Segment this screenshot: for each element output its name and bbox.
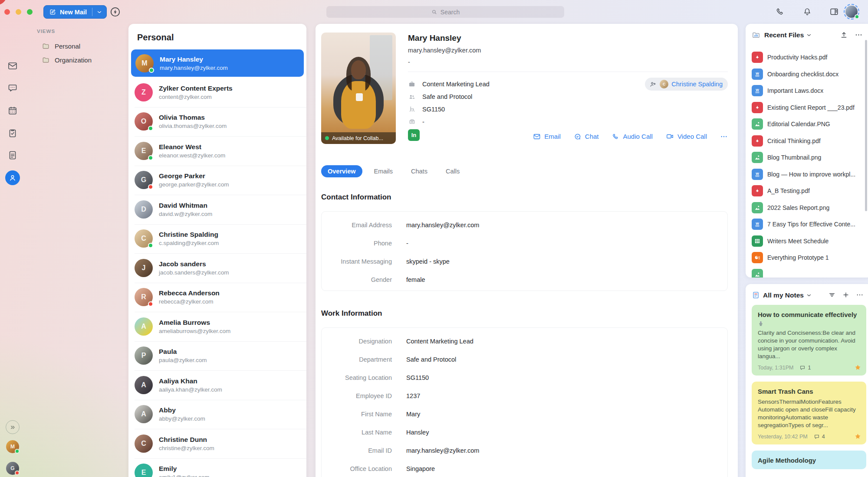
contact-row-mary-hansley[interactable]: MMary Hansleymary.hansley@zylker.com bbox=[131, 49, 304, 77]
user-avatar[interactable] bbox=[844, 4, 859, 20]
note-card-smart-trash-cans[interactable]: Smart Trash CansSensorsThermalMotionFeat… bbox=[752, 382, 866, 444]
sidebar-item-mail[interactable] bbox=[7, 61, 18, 71]
field-value: skypeid - skype bbox=[406, 258, 450, 265]
file-row-writers-meet-schedule[interactable]: Writers Meet Schedule bbox=[746, 233, 868, 250]
quick-actions-icon[interactable] bbox=[109, 6, 121, 18]
file-row-7-easy-tips-for-effective-conte[interactable]: W7 Easy Tips for Effective Conte... bbox=[746, 216, 868, 233]
more-options-icon[interactable] bbox=[856, 291, 864, 299]
image-file-icon bbox=[752, 202, 763, 213]
contact-info: George Parkergeorge.parker@zylker.com bbox=[159, 172, 229, 188]
contact-info: Mary Hansleymary.hansley@zylker.com bbox=[160, 55, 228, 72]
file-row-everything-prototype-1[interactable]: Everything Prototype 1 bbox=[746, 249, 868, 266]
file-row-editorial-calendar-png[interactable]: Editorial Calendar.PNG bbox=[746, 116, 868, 133]
contact-row-olivia-thomas[interactable]: OOlivia Thomasolivia.thomas@zylker.com bbox=[128, 107, 306, 137]
scrollbar[interactable] bbox=[865, 40, 867, 211]
contact-row-christine-dunn[interactable]: CChristine Dunnchristine@zylker.com bbox=[128, 429, 306, 458]
linkedin-badge[interactable]: In bbox=[408, 129, 420, 141]
file-name: Blog — How to improve workpl... bbox=[767, 171, 855, 178]
contact-email: c.spalding@zylker.com bbox=[159, 239, 219, 247]
recent-files-title-dropdown[interactable]: Recent Files bbox=[764, 31, 812, 39]
search-input[interactable]: Search bbox=[326, 6, 564, 18]
contact-row-david-whitman[interactable]: DDavid Whitmandavid.w@zylker.com bbox=[128, 195, 306, 224]
field-value: 1237 bbox=[406, 392, 420, 399]
sidebar-item-tasks[interactable] bbox=[7, 128, 18, 138]
contact-row-abby[interactable]: AAbbyabby@zylker.com bbox=[128, 400, 306, 429]
action-email-button[interactable]: Email bbox=[533, 133, 561, 140]
maximize-window-button[interactable] bbox=[27, 9, 33, 15]
add-note-icon[interactable] bbox=[842, 291, 850, 299]
contact-row-aaliya-khan[interactable]: AAaliya Khanaaliya.khan@zylker.com bbox=[128, 370, 306, 400]
contact-row-george-parker[interactable]: GGeorge Parkergeorge.parker@zylker.com bbox=[128, 166, 306, 195]
sidebar-item-contacts[interactable] bbox=[5, 170, 20, 185]
contact-row-zylker-content-experts[interactable]: ZZylker Content Expertscontent@zylker.co… bbox=[128, 78, 306, 107]
upload-icon[interactable] bbox=[840, 31, 848, 39]
notifications-bell-icon[interactable] bbox=[802, 7, 812, 16]
note-comment-count[interactable]: 4 bbox=[814, 434, 825, 440]
quick-contact-avatar[interactable]: G bbox=[6, 462, 19, 475]
minimize-window-button[interactable] bbox=[16, 9, 21, 15]
file-row-2022-sales-report-png[interactable]: 2022 Sales Report.png bbox=[746, 199, 868, 216]
sidebar-item-notes[interactable] bbox=[7, 150, 18, 160]
sidebar-item-chat[interactable] bbox=[7, 83, 18, 93]
contact-name: Rebecca Anderson bbox=[159, 289, 220, 297]
sidebar-item-personal[interactable]: Personal bbox=[42, 40, 80, 52]
note-star-icon[interactable] bbox=[854, 364, 861, 371]
contact-row-rebecca-anderson[interactable]: RRebecca Andersonrebecca@zylker.com bbox=[128, 283, 306, 312]
image-file-icon bbox=[752, 152, 763, 163]
availability-status-badge[interactable]: Available for Collab... bbox=[321, 132, 396, 144]
more-options-icon[interactable] bbox=[855, 31, 863, 39]
file-row-important-laws-docx[interactable]: WImportant Laws.docx bbox=[746, 82, 868, 99]
close-window-button[interactable] bbox=[4, 9, 10, 15]
file-row-existing-client-report-23-pdf[interactable]: Existing Client Report ___23.pdf bbox=[746, 99, 868, 116]
tab-overview[interactable]: Overview bbox=[321, 165, 362, 177]
pdf-file-icon bbox=[752, 185, 763, 196]
action-video-call-button[interactable]: Video Call bbox=[666, 132, 707, 140]
field-row-gender: Genderfemale bbox=[322, 271, 727, 289]
contact-row-jacob-sanders[interactable]: JJacob sandersjacob.sanders@zylker.com bbox=[128, 253, 306, 283]
contact-row-eleanor-west[interactable]: EEleanor Westeleanor.west@zylker.com bbox=[128, 136, 306, 166]
chevron-down-icon[interactable] bbox=[92, 10, 106, 15]
sidebar-item-organization[interactable]: Organization bbox=[42, 54, 92, 65]
contact-row-emily[interactable]: EEmilyemily1@zylker.com bbox=[128, 458, 306, 477]
sidebar-item-calendar[interactable] bbox=[7, 105, 18, 116]
star-icon bbox=[854, 433, 861, 440]
contact-summary-rows: Content Marketing Lead Safe and Protocol… bbox=[408, 78, 490, 128]
phone-icon[interactable] bbox=[776, 7, 785, 16]
action-label: Chat bbox=[585, 133, 599, 140]
file-row-productivity-hacks-pdf[interactable]: Productivity Hacks.pdf bbox=[746, 49, 868, 66]
new-mail-button[interactable]: New Mail bbox=[43, 5, 107, 19]
file-name: 7 Easy Tips for Effective Conte... bbox=[767, 221, 855, 228]
more-actions-button[interactable] bbox=[720, 133, 728, 140]
chevron-down-icon bbox=[806, 293, 812, 298]
expand-sidebar-button[interactable] bbox=[6, 420, 20, 434]
note-card-agile-methodology[interactable]: Agile Methodology bbox=[752, 451, 866, 469]
file-row-a-b-testing-pdf[interactable]: A_B Testing.pdf bbox=[746, 183, 868, 199]
tab-emails[interactable]: Emails bbox=[368, 165, 400, 177]
contact-row-paula[interactable]: PPaulapaula@zylker.com bbox=[128, 341, 306, 371]
tab-chats[interactable]: Chats bbox=[404, 165, 434, 177]
reports-to-pill[interactable]: C Christine Spalding bbox=[645, 78, 728, 91]
online-status-dot bbox=[325, 136, 329, 140]
file-row-critical-thinking-pdf[interactable]: Critical Thinking.pdf bbox=[746, 133, 868, 150]
action-audio-call-button[interactable]: Audio Call bbox=[612, 133, 653, 140]
file-row-blog-how-to-improve-workpl[interactable]: WBlog — How to improve workpl... bbox=[746, 166, 868, 183]
action-label: Video Call bbox=[677, 133, 707, 140]
action-chat-button[interactable]: Chat bbox=[574, 133, 599, 140]
note-comment-count[interactable]: 1 bbox=[799, 365, 811, 371]
filter-icon[interactable] bbox=[828, 291, 836, 299]
note-star-icon[interactable] bbox=[854, 433, 861, 440]
file-row-blog-thumbnail-png[interactable]: Blog Thumbnail.png bbox=[746, 149, 868, 166]
contact-row-amelia-burrows[interactable]: AAmelia Burrowsameliaburrows@zylker.com bbox=[128, 312, 306, 341]
side-panel-icon[interactable] bbox=[829, 7, 839, 16]
contact-row-christine-spalding[interactable]: CChristine Spaldingc.spalding@zylker.com bbox=[128, 224, 306, 254]
notes-title-dropdown[interactable]: All my Notes bbox=[763, 291, 812, 299]
field-label: First Name bbox=[322, 411, 392, 418]
file-row-onboarding-checklist-docx[interactable]: WOnboarding checklist.docx bbox=[746, 66, 868, 83]
note-title: Smart Trash Cans bbox=[758, 387, 860, 395]
note-card-how-to-communicate-effectively[interactable]: How to communicate effectivelyClarity an… bbox=[752, 305, 866, 376]
quick-contact-avatar[interactable]: M bbox=[6, 440, 19, 453]
file-row[interactable] bbox=[746, 266, 868, 278]
tab-calls[interactable]: Calls bbox=[439, 165, 466, 177]
contact-name: Emily bbox=[159, 464, 209, 473]
note-body: SensorsThermalMotionFeatures Automatic o… bbox=[758, 398, 860, 430]
